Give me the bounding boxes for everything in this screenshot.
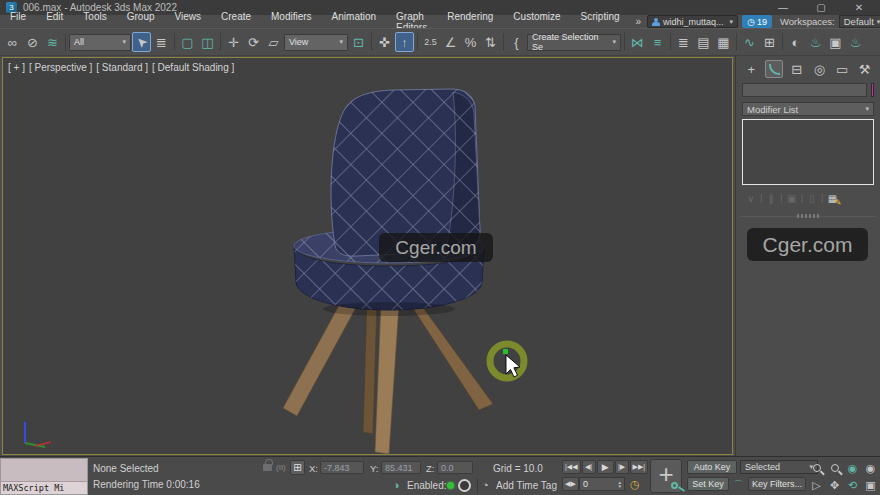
circle-toggle-button[interactable] [458,479,471,492]
viewport-menu-plus[interactable]: [ + ] [8,62,25,73]
reference-coordinate-dropdown[interactable]: View ▾ [284,34,348,51]
select-and-move-button[interactable]: ✛ [224,32,243,52]
add-time-tag-button[interactable]: Add Time Tag [496,480,557,491]
select-and-link-button[interactable]: ∞ [3,32,22,52]
render-production-button[interactable]: ♨ [846,32,865,52]
material-editor-button[interactable]: ◐ [786,32,805,52]
chair-model[interactable] [273,86,503,456]
chevron-down-icon: ▾ [339,38,343,46]
pin-stack-button[interactable]: ∨ [744,191,758,205]
select-by-name-button[interactable]: ≣ [152,32,171,52]
snaps-toggle-2.5d[interactable]: 2.5 [421,32,440,52]
absolute-offset-mode-toggle[interactable]: ⊞ [290,460,305,475]
object-color-swatch[interactable] [871,83,874,97]
time-configuration-button[interactable]: ◷ [630,478,640,491]
object-name-field[interactable] [742,83,867,97]
toggle-ribbon-button[interactable]: ▦ [714,32,733,52]
percent-snap-toggle[interactable]: % [461,32,480,52]
toggle-scene-explorer-button[interactable]: ≣ [674,32,693,52]
x-coordinate-field[interactable]: -7.843 [320,461,364,474]
viewport-navigation-controls: ◉ ◉ ▷ ✥ ⟲ ▣ [808,460,879,493]
key-filters-button[interactable]: Key Filters... [748,477,806,491]
keyboard-shortcut-override-toggle[interactable]: ↑ [395,32,414,52]
unlink-selection-button[interactable]: ⊘ [23,32,42,52]
window-crossing-toggle[interactable]: ◫ [198,32,217,52]
previous-frame-button[interactable]: ◀| [582,460,596,474]
select-and-rotate-button[interactable]: ⟳ [244,32,263,52]
viewport-menu-shading[interactable]: [ Default Shading ] [152,62,234,73]
schematic-view-button[interactable]: ⊞ [760,32,779,52]
align-button[interactable]: ≡ [648,32,667,52]
mirror-button[interactable]: ⋈ [628,32,647,52]
select-and-manipulate-button[interactable]: ✜ [375,32,394,52]
configure-modifier-sets-button[interactable]: ▦✎ [825,191,839,205]
new-key-tangent-icon[interactable]: ⌒ [733,478,744,493]
coord-system-value: View [289,37,308,47]
pan-view-button[interactable]: ✥ [826,477,843,493]
select-object-button[interactable]: ➤ [132,32,151,52]
minimize-button[interactable]: — [776,2,790,13]
orbit-button[interactable]: ⟲ [844,477,861,493]
selection-lock-icon[interactable] [263,464,272,471]
selection-set-dropdown[interactable]: Selected ▾ [740,460,818,474]
account-menu[interactable]: widhi_muttaq... ▾ [647,15,738,28]
edit-named-selection-sets-button[interactable]: { [507,32,526,52]
close-button[interactable]: ✕ [852,2,866,13]
z-coordinate-field[interactable]: 0.0 [437,461,473,474]
bind-to-spacewarp-button[interactable]: ≋ [43,32,62,52]
menu-overflow-chevron[interactable]: » [630,16,648,27]
tab-utilities[interactable]: ⚒ [855,60,874,78]
render-setup-button[interactable]: ♨ [806,32,825,52]
tab-motion[interactable]: ◎ [810,60,829,78]
make-unique-button[interactable]: ▣ [785,191,799,205]
maximize-viewport-toggle[interactable]: ▣ [862,477,879,493]
workspace-dropdown[interactable]: Default ▾ [839,15,880,28]
divider-grip[interactable] [797,214,819,218]
spinner-snap-toggle[interactable]: ⇅ [481,32,500,52]
status-bar: MAXScript Mi None Selected Rendering Tim… [0,456,880,495]
current-frame-field[interactable]: 0 ▴▾ [579,477,625,491]
zoom-extents-all-button[interactable]: ◉ [862,460,879,476]
tab-modify[interactable] [765,60,784,78]
go-to-start-button[interactable]: |◀◀ [562,460,581,474]
named-selection-set-dropdown[interactable]: Create Selection Se ▾ [527,34,621,51]
notification-badge[interactable]: ◷ 19 [742,15,772,28]
field-of-view-button[interactable]: ▷ [808,477,825,493]
go-to-end-button[interactable]: ▶▶| [630,460,649,474]
tab-hierarchy[interactable]: ⊟ [787,60,806,78]
curve-editor-button[interactable]: ∿ [740,32,759,52]
maximize-button[interactable]: ▢ [814,2,828,13]
tab-create[interactable]: + [742,60,761,78]
zoom-button[interactable] [808,460,825,476]
perspective-viewport[interactable]: [ + ] [ Perspective ] [ Standard ] [ Def… [2,57,733,455]
auto-key-button[interactable]: Auto Key [687,460,737,474]
spinner-arrows-icon[interactable]: ▴▾ [618,480,621,488]
set-key-button[interactable]: Set Key [687,477,729,491]
modifier-stack-list[interactable] [742,119,874,185]
y-coordinate-field[interactable]: 85.431 [381,461,421,474]
play-button[interactable]: ▶ [597,460,614,474]
modifier-list-dropdown[interactable]: Modifier List ▾ [742,102,874,116]
viewport-menu-view[interactable]: [ Perspective ] [29,62,92,73]
remove-modifier-button[interactable]: ▯ [805,191,819,205]
maxscript-mini-listener[interactable]: MAXScript Mi [0,458,88,495]
workspaces-label: Workspaces: [780,16,835,27]
rendered-frame-window-button[interactable]: ▣ [826,32,845,52]
clock-icon: ◷ [747,17,755,27]
tab-display[interactable]: ▭ [833,60,852,78]
viewport-menu-standard[interactable]: [ Standard ] [96,62,148,73]
isolate-selection-icon[interactable]: (II) [276,463,286,472]
use-pivot-point-center-button[interactable]: ⊡ [349,32,368,52]
zoom-all-button[interactable] [826,460,843,476]
show-end-result-button[interactable]: ∥ [764,191,778,205]
adaptive-degradation-icon[interactable]: ◑ [393,479,400,491]
selection-filter-dropdown[interactable]: All ▾ [69,34,131,51]
toggle-layer-explorer-button[interactable]: ▤ [694,32,713,52]
key-mode-toggle[interactable]: ◀▶ [562,477,579,491]
next-frame-button[interactable]: |▶ [615,460,629,474]
set-keys-button[interactable]: + [650,459,682,493]
rectangular-selection-region-button[interactable]: ▢ [178,32,197,52]
select-and-scale-button[interactable]: ▱ [264,32,283,52]
angle-snap-toggle[interactable]: ∠ [441,32,460,52]
zoom-extents-button[interactable]: ◉ [844,460,861,476]
